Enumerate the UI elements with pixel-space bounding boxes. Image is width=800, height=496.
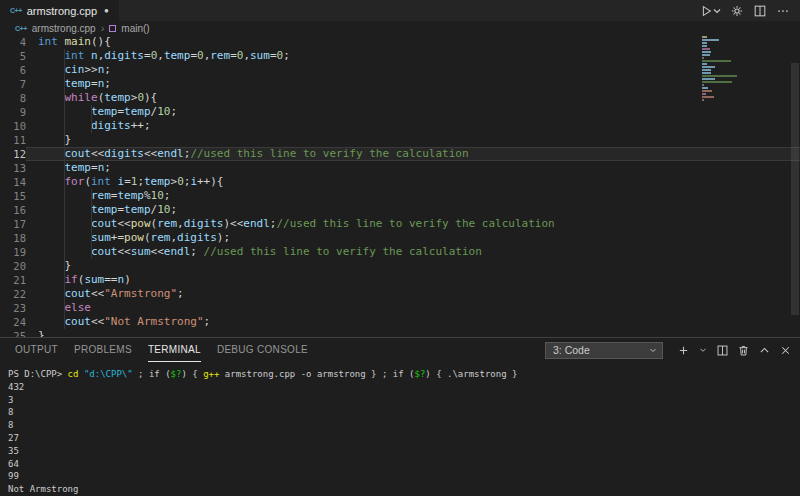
code-line[interactable]: 24 cout<<"Not Armstrong"; bbox=[0, 315, 800, 329]
code-text: else bbox=[26, 301, 800, 315]
code-line[interactable]: 17 cout<<pow(rem,digits)<<endl;//used th… bbox=[0, 217, 800, 231]
launch-profile-chevron-icon[interactable] bbox=[698, 345, 708, 355]
indent-guide bbox=[91, 105, 92, 133]
editor-actions bbox=[699, 0, 800, 21]
code-line[interactable]: 23 else bbox=[0, 301, 800, 315]
line-number[interactable]: 6 bbox=[0, 63, 26, 77]
minimap[interactable] bbox=[702, 36, 788, 102]
panel-actions: 3: Code bbox=[545, 342, 792, 359]
run-button[interactable] bbox=[699, 4, 721, 18]
line-number[interactable]: 21 bbox=[0, 273, 26, 287]
panel-tab-output[interactable]: OUTPUT bbox=[15, 338, 58, 362]
code-line[interactable]: 16 temp=temp/10; bbox=[0, 203, 800, 217]
split-editor-icon[interactable] bbox=[753, 4, 767, 18]
code-line[interactable]: 21 if(sum==n) bbox=[0, 273, 800, 287]
code-line[interactable]: 5 int n,digits=0,temp=0,rem=0,sum=0; bbox=[0, 49, 800, 63]
line-number[interactable]: 11 bbox=[0, 133, 26, 147]
code-line[interactable]: 20 } bbox=[0, 259, 800, 273]
terminal-line: PS D:\CPP> cd "d:\CPP\" ; if ($?) { g++ … bbox=[8, 368, 800, 381]
code-text: digits++; bbox=[26, 119, 800, 133]
line-number[interactable]: 4 bbox=[0, 35, 26, 49]
close-panel-icon[interactable] bbox=[779, 344, 792, 357]
line-number[interactable]: 8 bbox=[0, 91, 26, 105]
modified-indicator-icon: ● bbox=[104, 6, 109, 15]
gear-icon[interactable] bbox=[730, 4, 744, 18]
code-line[interactable]: 10 digits++; bbox=[0, 119, 800, 133]
code-line[interactable]: 14 for(int i=1;temp>0;i++){ bbox=[0, 175, 800, 189]
line-number[interactable]: 7 bbox=[0, 77, 26, 91]
breadcrumb: C++ armstrong.cpp › main() bbox=[0, 21, 800, 35]
scrollbar-slider[interactable] bbox=[791, 63, 799, 315]
line-number[interactable]: 20 bbox=[0, 259, 26, 273]
terminal-content[interactable]: PS D:\CPP> cd "d:\CPP\" ; if ($?) { g++ … bbox=[0, 362, 800, 496]
more-actions-icon[interactable] bbox=[776, 4, 790, 18]
vscode-window: C++ armstrong.cpp ● C++ armstrong.cpp › … bbox=[0, 0, 800, 496]
minimap-line bbox=[702, 45, 707, 47]
line-number[interactable]: 17 bbox=[0, 217, 26, 231]
code-line[interactable]: 13 temp=n; bbox=[0, 161, 800, 175]
line-number[interactable]: 23 bbox=[0, 301, 26, 315]
minimap-line bbox=[702, 78, 715, 80]
code-line[interactable]: 22 cout<<"Armstrong"; bbox=[0, 287, 800, 301]
new-terminal-icon[interactable] bbox=[677, 344, 690, 357]
chevron-right-icon: › bbox=[101, 23, 105, 33]
chevron-down-icon bbox=[713, 7, 721, 15]
tab-label: armstrong.cpp bbox=[27, 5, 97, 17]
chevron-down-icon bbox=[648, 345, 658, 355]
line-number[interactable]: 22 bbox=[0, 287, 26, 301]
line-number[interactable]: 12 bbox=[0, 147, 26, 161]
minimap-line bbox=[702, 75, 737, 77]
panel-tab-problems[interactable]: PROBLEMS bbox=[74, 338, 132, 362]
code-line[interactable]: 9 temp=temp/10; bbox=[0, 105, 800, 119]
minimap-line bbox=[702, 63, 707, 65]
terminal-line: 35 bbox=[8, 445, 800, 458]
line-number[interactable]: 25 bbox=[0, 329, 26, 337]
code-editor[interactable]: 4int main(){5 int n,digits=0,temp=0,rem=… bbox=[0, 35, 800, 337]
code-text: for(int i=1;temp>0;i++){ bbox=[26, 175, 800, 189]
code-text: } bbox=[26, 259, 800, 273]
split-terminal-icon[interactable] bbox=[716, 344, 729, 357]
terminal-line: 432 bbox=[8, 381, 800, 394]
line-number[interactable]: 15 bbox=[0, 189, 26, 203]
code-line[interactable]: 4int main(){ bbox=[0, 35, 800, 49]
breadcrumb-symbol[interactable]: main() bbox=[121, 23, 149, 34]
breadcrumb-file[interactable]: armstrong.cpp bbox=[32, 23, 96, 34]
code-text: } bbox=[26, 329, 800, 337]
panel-tabs: OUTPUT PROBLEMS TERMINAL DEBUG CONSOLE bbox=[15, 338, 308, 362]
kill-terminal-trash-icon[interactable] bbox=[737, 344, 750, 357]
panel-tab-terminal[interactable]: TERMINAL bbox=[148, 338, 201, 362]
code-line[interactable]: 15 rem=temp%10; bbox=[0, 189, 800, 203]
cpp-file-icon: C++ bbox=[10, 7, 22, 14]
code-line[interactable]: 7 temp=n; bbox=[0, 77, 800, 91]
code-line[interactable]: 8 while(temp>0){ bbox=[0, 91, 800, 105]
code-text: cout<<pow(rem,digits)<<endl;//used this … bbox=[26, 217, 800, 231]
line-number[interactable]: 13 bbox=[0, 161, 26, 175]
line-number[interactable]: 9 bbox=[0, 105, 26, 119]
line-number[interactable]: 24 bbox=[0, 315, 26, 329]
editor-scrollbar[interactable] bbox=[790, 35, 800, 337]
terminal-line: 99 bbox=[8, 470, 800, 483]
terminal-picker[interactable]: 3: Code bbox=[545, 342, 663, 359]
tab-armstrong-cpp[interactable]: C++ armstrong.cpp ● bbox=[0, 0, 119, 21]
line-number[interactable]: 19 bbox=[0, 245, 26, 259]
line-number[interactable]: 16 bbox=[0, 203, 26, 217]
bottom-panel: OUTPUT PROBLEMS TERMINAL DEBUG CONSOLE 3… bbox=[0, 337, 800, 496]
panel-tab-debug-console[interactable]: DEBUG CONSOLE bbox=[217, 338, 308, 362]
code-text: cout<<"Armstrong"; bbox=[26, 287, 800, 301]
code-line[interactable]: 11 } bbox=[0, 133, 800, 147]
terminal-line: 27 bbox=[8, 432, 800, 445]
line-number[interactable]: 10 bbox=[0, 119, 26, 133]
code-line[interactable]: 18 sum+=pow(rem,digits); bbox=[0, 231, 800, 245]
line-number[interactable]: 18 bbox=[0, 231, 26, 245]
line-number[interactable]: 14 bbox=[0, 175, 26, 189]
minimap-line bbox=[702, 54, 710, 56]
minimap-line bbox=[702, 93, 706, 95]
code-line[interactable]: 6 cin>>n; bbox=[0, 63, 800, 77]
minimap-line bbox=[702, 69, 711, 71]
code-line[interactable]: 19 cout<<sum<<endl; //used this line to … bbox=[0, 245, 800, 259]
line-number[interactable]: 5 bbox=[0, 49, 26, 63]
code-line[interactable]: 12 cout<<digits<<endl;//used this line t… bbox=[0, 147, 800, 161]
maximize-panel-icon[interactable] bbox=[758, 344, 771, 357]
code-line[interactable]: 25} bbox=[0, 329, 800, 337]
terminal-line: 64 bbox=[8, 458, 800, 471]
